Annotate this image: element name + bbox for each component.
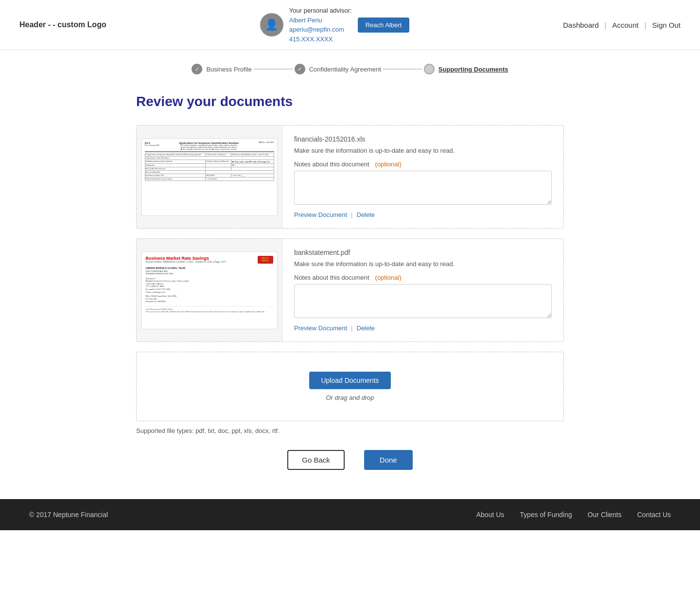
bank-preview: Business Market Rate Savings Account num… bbox=[141, 251, 278, 329]
upload-documents-button[interactable]: Upload Documents bbox=[309, 372, 390, 389]
advisor-info: Your personal advisor: Albert Periu aper… bbox=[289, 6, 352, 44]
advisor-avatar: 👤 bbox=[260, 13, 283, 36]
doc-notes-textarea-0[interactable] bbox=[294, 171, 552, 205]
step-business-profile: ✓ Business Profile bbox=[192, 64, 251, 74]
step-circle-3 bbox=[424, 64, 435, 74]
footer-nav-contact[interactable]: Contact Us bbox=[637, 511, 671, 519]
nav-dashboard[interactable]: Dashboard bbox=[563, 21, 598, 29]
nav-sep-1: | bbox=[605, 21, 607, 29]
preview-document-link-1[interactable]: Preview Document bbox=[294, 324, 347, 332]
doc-message-1: Make sure the information is up-to-date … bbox=[294, 260, 552, 268]
doc-notes-label-1: Notes about this document bbox=[294, 274, 369, 281]
nav-sep-2: | bbox=[645, 21, 647, 29]
upload-area[interactable]: Upload Documents Or drag and drop bbox=[136, 352, 564, 421]
step-label-3: Supporting Documents bbox=[438, 66, 508, 73]
doc-action-sep-1: | bbox=[351, 324, 352, 332]
doc-actions-1: Preview Document | Delete bbox=[294, 324, 552, 332]
doc-notes-textarea-1[interactable] bbox=[294, 284, 552, 318]
doc-action-sep-0: | bbox=[351, 211, 352, 218]
doc-message-0: Make sure the information is up-to-date … bbox=[294, 147, 552, 154]
doc-filename-0: financials-20152016.xls bbox=[294, 135, 552, 143]
app-header: Header - - custom Logo 👤 Your personal a… bbox=[0, 0, 700, 50]
page-title: Review your documents bbox=[136, 94, 564, 109]
supported-files-text: Supported file types: pdf, txt, doc, ppt… bbox=[136, 427, 564, 434]
step-label-1: Business Profile bbox=[206, 66, 251, 73]
preview-document-link-0[interactable]: Preview Document bbox=[294, 211, 347, 218]
advisor-name: Albert Periu bbox=[289, 16, 352, 25]
doc-actions-0: Preview Document | Delete bbox=[294, 211, 552, 218]
header-nav: Dashboard | Account | Sign Out bbox=[563, 21, 681, 29]
done-button[interactable]: Done bbox=[364, 450, 413, 470]
bottom-actions: Go Back Done bbox=[136, 450, 564, 470]
doc-info-0: financials-20152016.xls Make sure the in… bbox=[282, 126, 563, 228]
document-card-1: Business Market Rate Savings Account num… bbox=[136, 238, 564, 342]
nav-account[interactable]: Account bbox=[612, 21, 639, 29]
doc-notes-label-0: Notes about this document bbox=[294, 161, 369, 168]
header-logo: Header - - custom Logo bbox=[19, 20, 106, 29]
go-back-button[interactable]: Go Back bbox=[287, 450, 345, 470]
footer-copyright: © 2017 Neptune Financial bbox=[29, 511, 108, 519]
doc-notes-optional-0: (optional) bbox=[375, 161, 402, 168]
delete-document-link-0[interactable]: Delete bbox=[357, 211, 375, 218]
footer-nav-funding[interactable]: Types of Funding bbox=[520, 511, 572, 519]
step-circle-2: ✓ bbox=[295, 64, 305, 74]
reach-advisor-button[interactable]: Reach Albert bbox=[358, 18, 409, 33]
delete-document-link-1[interactable]: Delete bbox=[357, 324, 375, 332]
nav-sign-out[interactable]: Sign Out bbox=[652, 21, 681, 29]
progress-steps: ✓ Business Profile ✓ Confidentiality Agr… bbox=[0, 50, 700, 82]
step-circle-1: ✓ bbox=[192, 64, 202, 74]
doc-notes-optional-1: (optional) bbox=[375, 274, 402, 281]
step-label-2: Confidentiality Agreement bbox=[309, 66, 381, 73]
advisor-section: 👤 Your personal advisor: Albert Periu ap… bbox=[260, 6, 409, 44]
doc-filename-1: bankstatement.pdf bbox=[294, 249, 552, 256]
doc-thumbnail-0: SS-4 Form January 2010 Application for E… bbox=[137, 126, 282, 228]
advisor-label: Your personal advisor: bbox=[289, 6, 352, 16]
ss4-preview: SS-4 Form January 2010 Application for E… bbox=[141, 138, 278, 216]
app-footer: © 2017 Neptune Financial About Us Types … bbox=[0, 499, 700, 530]
document-card-0: SS-4 Form January 2010 Application for E… bbox=[136, 125, 564, 229]
step-supporting-docs: Supporting Documents bbox=[424, 64, 508, 74]
step-line-1 bbox=[254, 69, 293, 70]
step-confidentiality: ✓ Confidentiality Agreement bbox=[295, 64, 381, 74]
doc-info-1: bankstatement.pdf Make sure the informat… bbox=[282, 239, 563, 341]
footer-nav-clients[interactable]: Our Clients bbox=[588, 511, 622, 519]
main-content: Review your documents SS-4 Form January … bbox=[117, 82, 583, 499]
step-line-2 bbox=[383, 69, 422, 70]
doc-thumbnail-1: Business Market Rate Savings Account num… bbox=[137, 239, 282, 341]
footer-nav: About Us Types of Funding Our Clients Co… bbox=[476, 511, 671, 519]
advisor-email: aperiu@nepfin.com bbox=[289, 25, 352, 35]
upload-drag-text: Or drag and drop bbox=[326, 394, 374, 401]
advisor-phone: 415.XXX.XXXX bbox=[289, 35, 352, 44]
footer-nav-about[interactable]: About Us bbox=[476, 511, 505, 519]
